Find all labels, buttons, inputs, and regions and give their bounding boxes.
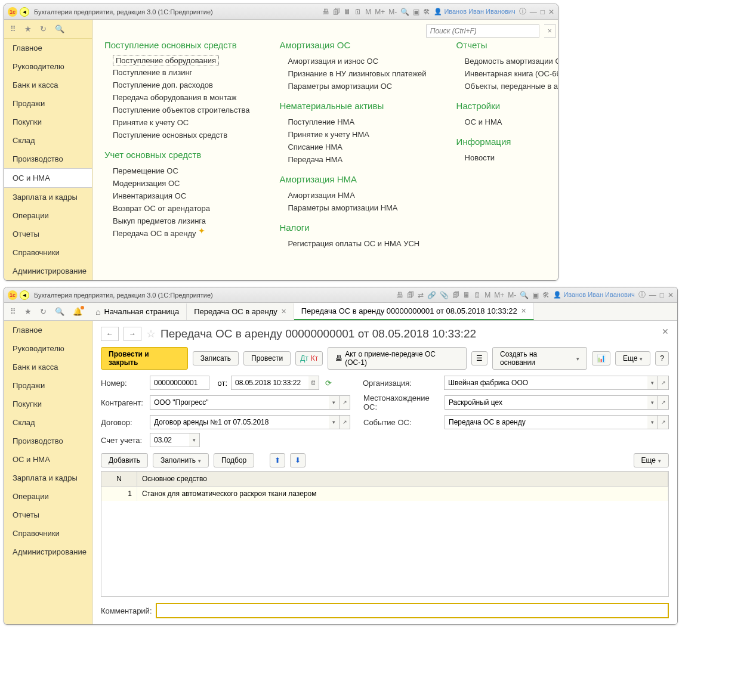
user-label[interactable]: 👤 Иванов Иван Иванович	[434, 8, 515, 16]
history-icon[interactable]: ↻	[40, 24, 47, 33]
print-akt-button[interactable]: 🖶 Акт о приеме-передаче ОС (ОС-1)	[328, 347, 467, 370]
sidebar-item[interactable]: Покупки	[4, 113, 92, 131]
menu-item[interactable]: Передача ОС в аренду	[104, 227, 196, 240]
org-input[interactable]	[444, 376, 647, 390]
search-input[interactable]	[426, 24, 539, 38]
clip-icon[interactable]: 📎	[440, 291, 449, 299]
location-input[interactable]	[445, 395, 647, 410]
move-up-button[interactable]: ⬆	[270, 453, 285, 467]
dropdown-icon[interactable]: ▾	[329, 395, 340, 410]
calendar-icon[interactable]: 🗓	[474, 291, 481, 299]
sidebar-item[interactable]: Покупки	[4, 395, 92, 413]
section-header[interactable]: Амортизация ОС	[279, 40, 426, 50]
sidebar-item[interactable]: Операции	[4, 206, 92, 225]
sidebar-item[interactable]: Справочники	[4, 243, 92, 262]
write-button[interactable]: Записать	[193, 351, 239, 366]
back-circle-icon[interactable]: ◄	[20, 7, 29, 17]
calc-icon[interactable]: 🖩	[463, 291, 470, 299]
menu-item[interactable]: Поступление объектов строительства	[104, 104, 249, 116]
menu-item[interactable]: Поступление доп. расходов	[104, 79, 249, 91]
account-input[interactable]	[150, 433, 189, 447]
post-button[interactable]: Провести	[243, 351, 291, 366]
tools-icon[interactable]: 🛠	[423, 8, 430, 16]
more-button[interactable]: Еще	[615, 351, 650, 366]
sidebar-item[interactable]: ОС и НМА	[4, 168, 92, 188]
mplus-icon[interactable]: M+	[375, 8, 385, 16]
sidebar-item[interactable]: Операции	[4, 487, 92, 506]
calendar-icon[interactable]: 🗓	[354, 8, 362, 16]
section-header[interactable]: Амортизация НМА	[279, 174, 426, 184]
star-icon[interactable]: ★	[24, 307, 32, 316]
tab-home[interactable]: Начальная страница	[88, 303, 187, 320]
sidebar-item[interactable]: ОС и НМА	[4, 450, 92, 469]
sidebar-item[interactable]: Администрирование	[4, 543, 92, 561]
search-icon[interactable]: 🔍	[55, 307, 64, 316]
menu-item[interactable]: Возврат ОС от арендатора	[104, 202, 249, 215]
menu-item[interactable]: Амортизация НМА	[279, 189, 426, 202]
section-header[interactable]: Настройки	[456, 101, 558, 111]
dropdown-icon[interactable]: ▾	[189, 433, 200, 447]
refresh-date-icon[interactable]: ⟳	[325, 379, 332, 388]
tab-document[interactable]: Передача ОС в аренду 00000000001 от 08.0…	[294, 303, 534, 320]
sidebar-item[interactable]: Главное	[4, 39, 92, 57]
date-input[interactable]	[231, 376, 308, 390]
compare-icon[interactable]: ⇄	[418, 291, 424, 299]
menu-item[interactable]: Принятие к учету НМА	[279, 128, 426, 141]
menu-item[interactable]: Новости	[456, 151, 558, 164]
menu-item[interactable]: Регистрация оплаты ОС и НМА УСН	[279, 237, 426, 250]
menu-item[interactable]: Ведомость амортизации ОС	[456, 55, 558, 67]
tab-close-icon[interactable]: ✕	[521, 307, 526, 315]
favorite-star-icon[interactable]: ☆	[146, 327, 156, 340]
dtkt-button[interactable]: ДтКт	[295, 351, 323, 366]
counterparty-input[interactable]	[150, 395, 329, 410]
apps-icon[interactable]: ⠿	[10, 307, 16, 316]
sidebar-item[interactable]: Банк и касса	[4, 358, 92, 376]
sidebar-item[interactable]: Справочники	[4, 524, 92, 543]
contract-input[interactable]	[150, 415, 329, 429]
dropdown-icon[interactable]: ▾	[647, 376, 658, 390]
tab-list[interactable]: Передача ОС в аренду✕	[187, 303, 294, 320]
nav-fwd-button[interactable]: →	[124, 327, 141, 341]
clear-search-icon[interactable]: ×	[544, 24, 556, 38]
close-icon[interactable]: ✕	[668, 291, 674, 299]
link-icon[interactable]: 🔗	[427, 291, 436, 299]
report-button[interactable]: 📊	[592, 351, 610, 366]
section-header[interactable]: Налоги	[279, 222, 426, 233]
star-icon[interactable]: ★	[24, 24, 32, 33]
sidebar-item[interactable]: Зарплата и кадры	[4, 469, 92, 487]
open-ref-icon[interactable]: ↗	[658, 395, 669, 410]
open-ref-icon[interactable]: ↗	[658, 376, 669, 390]
zoom-icon[interactable]: 🔍	[400, 8, 409, 16]
sidebar-item[interactable]: Отчеты	[4, 225, 92, 243]
open-ref-icon[interactable]: ↗	[340, 395, 350, 410]
menu-item[interactable]: Передача оборудования в монтаж	[104, 91, 249, 104]
save-icon[interactable]: 🗐	[333, 8, 340, 16]
open-ref-icon[interactable]: ↗	[340, 415, 350, 429]
sidebar-item[interactable]: Производство	[4, 150, 92, 168]
m-icon[interactable]: M	[365, 8, 371, 16]
post-and-close-button[interactable]: Провести и закрыть	[101, 347, 188, 370]
menu-item[interactable]: Параметры амортизации НМА	[279, 202, 426, 214]
dropdown-icon[interactable]: ▾	[329, 415, 340, 429]
sidebar-item[interactable]: Склад	[4, 413, 92, 432]
number-input[interactable]	[150, 376, 209, 390]
mminus-icon[interactable]: M-	[388, 8, 397, 16]
calc-icon[interactable]: 🖩	[344, 8, 351, 16]
search-icon[interactable]: 🔍	[55, 24, 64, 33]
move-down-button[interactable]: ⬇	[290, 453, 305, 467]
sidebar-item[interactable]: Отчеты	[4, 506, 92, 524]
menu-item[interactable]: Поступление НМА	[279, 116, 426, 128]
dropdown-icon[interactable]: ▾	[647, 415, 658, 429]
event-input[interactable]	[445, 415, 647, 429]
maximize-icon[interactable]: □	[660, 291, 664, 299]
minimize-icon[interactable]: —	[530, 8, 537, 16]
save-icon[interactable]: 🗐	[407, 291, 414, 299]
sidebar-item[interactable]: Производство	[4, 432, 92, 450]
menu-item[interactable]: Модернизация ОС	[104, 177, 249, 190]
sidebar-item[interactable]: Зарплата и кадры	[4, 188, 92, 206]
menu-item[interactable]: Выкуп предметов лизинга	[104, 215, 249, 227]
panel-icon[interactable]: ▣	[413, 8, 419, 16]
menu-item[interactable]: Инвентаризация ОС	[104, 190, 249, 202]
menu-item[interactable]: Параметры амортизации ОС	[279, 80, 426, 92]
panel-icon[interactable]: ▣	[532, 291, 539, 299]
